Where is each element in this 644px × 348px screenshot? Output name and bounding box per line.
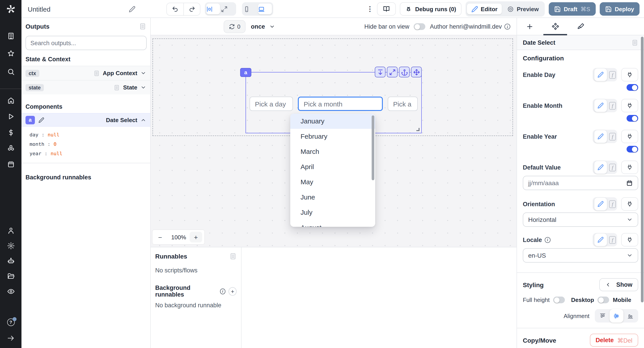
eval-function-button[interactable]: f (609, 164, 616, 171)
eval-function-button[interactable]: f (609, 102, 616, 109)
component-badge[interactable]: a (240, 68, 251, 77)
calendar-icon[interactable] (626, 180, 633, 186)
info-icon[interactable]: i (545, 237, 550, 243)
full-height-toggle[interactable] (553, 296, 565, 303)
static-pencil-button[interactable] (594, 99, 607, 112)
collapse-rail-icon[interactable] (0, 334, 22, 342)
default-value-date-input[interactable]: jj/mm/aaaa (523, 176, 638, 190)
panel-scrollbar[interactable] (641, 37, 644, 302)
connect-plug-button[interactable] (621, 160, 638, 174)
static-pencil-button[interactable] (594, 68, 607, 82)
outputs-doc-icon[interactable] (139, 23, 146, 30)
eval-function-button[interactable]: f (609, 132, 616, 140)
expand-down-icon[interactable] (375, 67, 386, 78)
styling-show-button[interactable]: Show (599, 278, 638, 291)
state-row[interactable]: state State (22, 80, 150, 94)
zoom-out-button[interactable]: − (152, 233, 168, 241)
locale-select[interactable]: en-US (523, 248, 638, 262)
resources-icon[interactable] (0, 144, 22, 152)
runnables-doc-icon[interactable] (230, 253, 236, 260)
resize-handle[interactable] (416, 128, 420, 131)
tab-component-settings[interactable] (542, 18, 568, 35)
ctx-row[interactable]: ctx App Context (22, 66, 150, 80)
eval-function-button[interactable]: f (609, 236, 616, 244)
info-icon[interactable]: i (504, 24, 510, 30)
month-option[interactable]: June (290, 190, 375, 205)
rename-pencil-icon[interactable] (129, 6, 136, 12)
connect-plug-button[interactable] (621, 68, 638, 82)
month-option[interactable]: August (290, 220, 375, 227)
connect-plug-button[interactable] (621, 99, 638, 112)
tab-editor[interactable]: Editor (467, 4, 502, 14)
user-icon[interactable] (0, 227, 22, 234)
component-list-item[interactable]: a Date Select (22, 113, 150, 126)
desktop-toggle[interactable] (598, 296, 609, 303)
month-option[interactable]: May (290, 174, 375, 190)
chevron-down-icon[interactable] (140, 70, 146, 76)
undo-button[interactable] (167, 3, 183, 15)
orientation-select[interactable]: Horizontal (523, 212, 638, 227)
chevron-up-icon[interactable] (140, 117, 146, 123)
redo-button[interactable] (183, 3, 200, 15)
fullsize-icon[interactable] (387, 67, 398, 78)
align-center-button[interactable] (610, 309, 624, 322)
eval-function-button[interactable]: f (609, 71, 616, 78)
search-outputs-input[interactable] (26, 36, 147, 50)
debug-runs-button[interactable]: Debug runs (0) (400, 2, 461, 16)
workers-robot-icon[interactable] (0, 257, 22, 265)
windmill-logo[interactable] (0, 4, 22, 14)
static-pencil-button[interactable] (594, 130, 607, 143)
mobile-view-button[interactable] (243, 4, 257, 14)
day-input[interactable] (250, 96, 293, 111)
static-pencil-button[interactable] (594, 160, 607, 174)
fullscreen-canvas-button[interactable] (221, 4, 235, 14)
state-doc-icon[interactable] (114, 84, 120, 90)
folders-icon[interactable] (0, 272, 22, 280)
draft-button[interactable]: Draft⌘S (548, 2, 596, 16)
static-pencil-button[interactable] (594, 233, 607, 246)
workspace-icon[interactable] (0, 32, 22, 40)
month-option[interactable]: March (290, 144, 375, 159)
info-icon[interactable]: i (220, 288, 226, 294)
app-canvas[interactable]: a January February March April (151, 35, 516, 247)
chevron-down-icon[interactable] (140, 84, 146, 90)
kebab-menu-icon[interactable]: ⋮ (367, 5, 373, 13)
connect-plug-button[interactable] (621, 197, 638, 211)
tab-preview[interactable]: Preview (503, 4, 543, 14)
tab-insert-component[interactable] (517, 18, 542, 35)
runs-icon[interactable] (0, 113, 22, 120)
audit-eye-icon[interactable] (0, 288, 22, 295)
align-top-button[interactable] (596, 309, 610, 322)
month-option[interactable]: February (290, 129, 375, 144)
align-bottom-button[interactable] (624, 309, 637, 322)
desktop-view-button[interactable] (258, 4, 272, 14)
delete-component-button[interactable]: Delete ⌘Del (590, 334, 638, 347)
schedules-icon[interactable] (0, 160, 22, 168)
search-icon[interactable] (0, 68, 22, 76)
month-option[interactable]: July (290, 205, 375, 220)
month-option[interactable]: January (290, 114, 375, 129)
deploy-button[interactable]: Deploy (600, 2, 640, 16)
anchor-icon[interactable] (399, 67, 410, 78)
month-option[interactable]: April (290, 159, 375, 174)
static-pencil-button[interactable] (594, 197, 607, 211)
docs-book-button[interactable] (377, 2, 396, 16)
dropdown-scrollbar[interactable] (372, 116, 374, 180)
enable-day-toggle[interactable] (626, 84, 638, 91)
home-icon[interactable] (0, 96, 22, 104)
add-background-runnable-button[interactable]: + (228, 287, 236, 296)
eval-function-button[interactable]: f (609, 200, 616, 208)
refresh-button[interactable]: 0 (224, 20, 246, 33)
help-icon[interactable]: ? (0, 318, 22, 326)
enable-year-toggle[interactable] (626, 146, 638, 152)
ctx-doc-icon[interactable] (93, 70, 100, 76)
year-input[interactable] (388, 96, 418, 111)
move-icon[interactable] (411, 67, 422, 78)
variables-icon[interactable] (0, 129, 22, 136)
component-doc-icon[interactable] (632, 39, 638, 46)
favorites-icon[interactable] (0, 50, 22, 57)
zoom-in-button[interactable]: + (190, 232, 202, 242)
tab-styling-brush[interactable] (568, 18, 594, 35)
connect-plug-button[interactable] (621, 130, 638, 143)
connect-plug-button[interactable] (621, 233, 638, 246)
